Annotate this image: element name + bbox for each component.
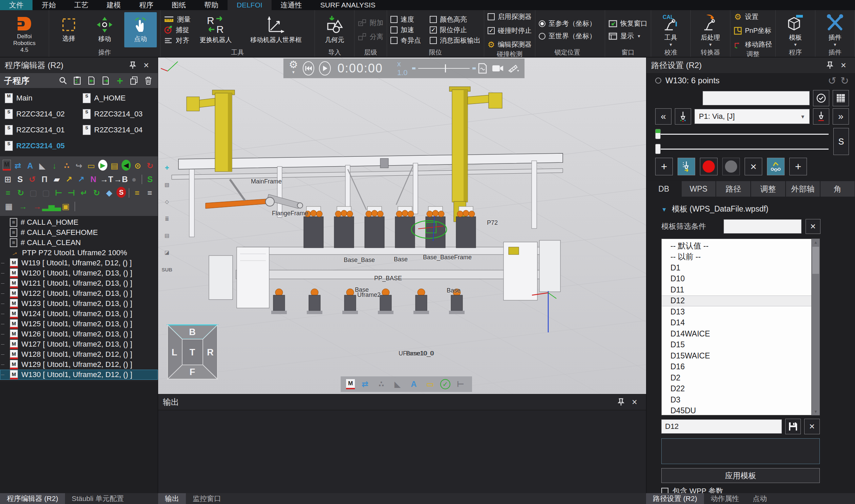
rewind-button[interactable]	[303, 61, 314, 75]
close-icon[interactable]: ×	[837, 60, 850, 71]
statement-row[interactable]: W128 [ Utool1, Uframe2, D12, () ]	[0, 349, 158, 359]
statement-row[interactable]: W129 [ Utool1, Uframe2, D12, () ]	[0, 359, 158, 370]
toolbar-icon[interactable]: ▣	[59, 200, 72, 213]
toolbar-icon[interactable]: ≡	[132, 187, 142, 199]
snap-button[interactable]: 捕捉	[164, 25, 191, 35]
scroll-up-icon[interactable]: ▲	[812, 239, 820, 246]
statement-row[interactable]: W127 [ Utool1, Uframe2, D13, () ]	[0, 339, 158, 349]
template-list-item[interactable]: -- 默认值 --	[662, 240, 811, 252]
toolbar-icon[interactable]: ↻	[91, 187, 102, 199]
template-option-checkbox[interactable]: 包含 WPP 参数	[661, 485, 820, 493]
statement-row[interactable]: W123 [ Utool1, Uframe2, D13, () ]	[0, 299, 158, 309]
template-list-item[interactable]: D16	[662, 361, 811, 373]
toolbar-icon[interactable]: ⇄	[13, 160, 23, 172]
bottom-tab[interactable]: 点动	[746, 493, 774, 504]
record-video-icon[interactable]	[492, 64, 503, 72]
postprocess-button[interactable]: 后处理 ▼	[694, 12, 727, 48]
statement-row[interactable]: W130 [ Utool1, Uframe2, D12, () ]	[0, 370, 158, 380]
toolbar-icon[interactable]: ◆	[104, 187, 114, 199]
import-program-icon[interactable]	[86, 75, 97, 86]
toolbar-icon[interactable]: ↺	[27, 173, 37, 185]
robot-pose-icon[interactable]: ⊢	[455, 378, 467, 390]
limit-checkbox[interactable]: 加速	[390, 25, 421, 35]
point-table-button[interactable]	[833, 90, 849, 106]
program-item[interactable]: S R2ZC3214_01	[2, 122, 80, 138]
program-item[interactable]: S A_HOME	[80, 90, 158, 106]
toolbar-icon[interactable]: →B	[115, 173, 127, 185]
template-list-item[interactable]: D12	[662, 295, 811, 307]
bottom-tab[interactable]: 程序编辑器 (R2)	[0, 493, 65, 504]
toolbar-icon[interactable]: →	[31, 200, 43, 213]
measure-button[interactable]: 测量	[164, 14, 191, 25]
move-path-button[interactable]: 移动路径	[734, 39, 772, 50]
limit-checkbox[interactable]: 限位停止	[430, 25, 481, 35]
viewport-tool-icon[interactable]: ◇	[161, 196, 173, 208]
menu-item[interactable]: DELFOI	[228, 0, 271, 10]
to-reference-radio[interactable]: 至参考（坐标）	[539, 18, 596, 29]
template-list-item[interactable]: D22	[662, 383, 811, 395]
statement-row[interactable]: W125 [ Utool1, Uframe2, D13, () ]	[0, 319, 158, 329]
check-ok-icon[interactable]: ✓	[440, 379, 450, 389]
menu-item[interactable]: SURF ANALYSIS	[311, 0, 385, 10]
viewport-tool-icon[interactable]: ▧	[161, 179, 173, 191]
statement-row[interactable]: W121 [ Utool1, Uframe2, D13, () ]	[0, 278, 158, 288]
toolbar-icon[interactable]: ▦	[3, 200, 15, 213]
settings-button[interactable]: ⚙ 设置	[734, 12, 759, 22]
statement-row[interactable]: # CALL A_SAFEHOME	[0, 228, 158, 238]
edit-detector-button[interactable]: ⚙ 编辑探测器	[487, 39, 532, 50]
toolbar-icon[interactable]: ∴	[61, 160, 72, 172]
touchup-torch-button[interactable]	[678, 158, 695, 175]
menu-item[interactable]: 文件	[0, 0, 33, 10]
toolbar-icon[interactable]: ⊣	[66, 187, 76, 199]
scroll-thumb[interactable]	[812, 247, 819, 274]
template-name-input[interactable]	[661, 419, 782, 434]
plugins-button[interactable]: 插件 ▼	[819, 12, 851, 48]
add-program-icon[interactable]: +	[114, 75, 125, 86]
delete-point-button[interactable]: ×	[745, 158, 762, 175]
ramp-icon[interactable]: ◣	[391, 378, 404, 390]
toolbar-icon[interactable]: ↻	[15, 187, 26, 199]
pin-icon[interactable]	[823, 61, 837, 69]
toolbar-icon[interactable]	[141, 173, 143, 185]
template-description-box[interactable]	[661, 438, 820, 464]
limit-checkbox[interactable]: 消息面板输出	[430, 35, 481, 46]
toolbar-icon[interactable]: ◀	[122, 160, 131, 170]
toolbar-icon[interactable]: →	[17, 200, 29, 213]
toolbar-icon[interactable]: ⊢	[53, 187, 64, 199]
align-button[interactable]: 对齐	[164, 35, 191, 46]
undo-icon[interactable]: ↺	[828, 75, 836, 87]
film-options-icon[interactable]	[508, 64, 519, 73]
export-image-icon[interactable]	[478, 63, 487, 74]
path-radio-icon[interactable]	[655, 77, 661, 84]
toolbar-icon[interactable]: ≡	[3, 187, 13, 199]
prev-point-button[interactable]: «	[655, 108, 672, 125]
swap-doc-icon[interactable]: ⇄	[359, 378, 371, 390]
template-list-item[interactable]: D15WAICE	[662, 350, 811, 361]
point-dropdown[interactable]: P1: Via, [J] ▼	[695, 109, 809, 124]
viewport-tool-icon[interactable]: ≣	[161, 213, 173, 225]
toolbar-icon[interactable]: M	[3, 160, 11, 170]
toolbar-icon[interactable]: ●	[129, 173, 139, 185]
playback-settings-gear-icon[interactable]: ⚙▼	[289, 61, 298, 76]
limit-checkbox[interactable]: 奇异点	[390, 35, 421, 46]
toolbar-icon[interactable]: ↵	[78, 187, 89, 199]
menu-item[interactable]: 连通性	[271, 0, 311, 10]
settings-tab[interactable]: 调整	[751, 181, 786, 197]
toolbar-icon[interactable]: ▢	[41, 187, 51, 199]
toolbar-icon[interactable]: ▢	[28, 187, 39, 199]
apply-template-button[interactable]: 应用模板	[661, 468, 820, 483]
copy-icon[interactable]	[129, 75, 140, 86]
statement-row[interactable]: W119 [ Utool1, Uframe2, D12, () ]	[0, 258, 158, 268]
bottom-tab[interactable]: 监控窗口	[186, 493, 228, 504]
toolbar-icon[interactable]	[74, 200, 76, 213]
clear-filter-button[interactable]: ×	[805, 219, 820, 234]
toolbar-icon[interactable]: ⊙	[133, 160, 143, 172]
template-list-item[interactable]: D45DU	[662, 406, 811, 416]
template-list-item[interactable]: D14	[662, 318, 811, 329]
to-world-radio[interactable]: 至世界（坐标）	[539, 31, 596, 41]
toolbar-icon[interactable]: ↻	[145, 160, 155, 172]
weld-mode-icon[interactable]: M	[346, 379, 355, 389]
s-button[interactable]: S	[833, 128, 849, 155]
menu-item[interactable]: 帮助	[195, 0, 228, 10]
toolbar-icon[interactable]: ◣	[37, 160, 48, 172]
